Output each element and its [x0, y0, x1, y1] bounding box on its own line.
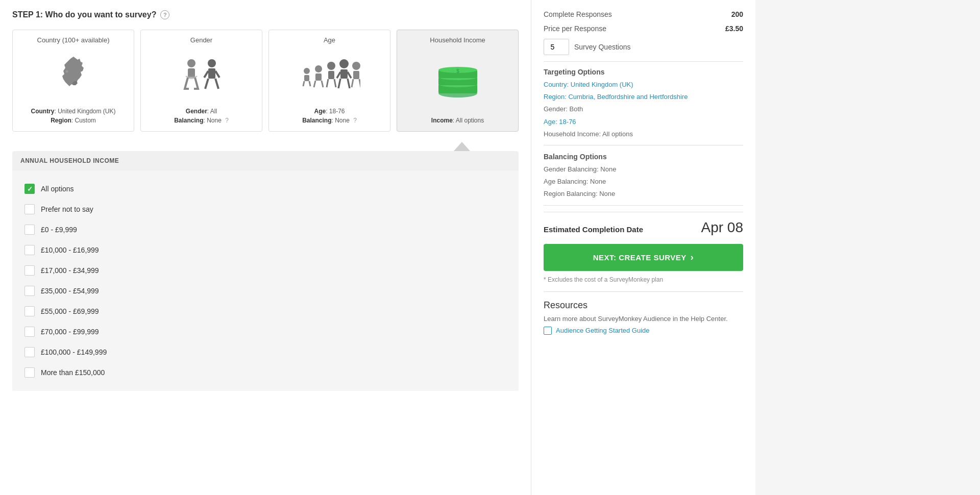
- price-per-response-label: Price per Response: [544, 24, 606, 33]
- country-card-info: Country: United Kingdom (UK) Region: Cus…: [31, 107, 115, 125]
- survey-questions-input[interactable]: [544, 39, 569, 55]
- country-card-title: Country (100+ available): [37, 36, 110, 44]
- income-option-label-0: All options: [41, 185, 74, 193]
- income-checkbox-7[interactable]: [24, 327, 35, 337]
- svg-line-23: [348, 79, 350, 88]
- svg-rect-3: [208, 68, 215, 79]
- income-card-title: Household Income: [430, 36, 485, 44]
- income-checkbox-9[interactable]: [24, 367, 35, 378]
- income-checkbox-1[interactable]: [24, 204, 35, 214]
- income-option-label-3: £10,000 - £16,999: [41, 246, 99, 254]
- age-card-title: Age: [324, 36, 335, 44]
- category-cards: Country (100+ available) Country: United…: [12, 30, 519, 132]
- svg-point-16: [327, 62, 335, 70]
- svg-line-25: [348, 72, 351, 78]
- uk-map-icon: [56, 56, 91, 96]
- balancing-item-1: Age Balancing: None: [544, 177, 743, 186]
- sidebar-divider-3: [544, 205, 743, 206]
- gender-card-title: Gender: [190, 36, 212, 44]
- income-checkbox-8[interactable]: [24, 347, 35, 357]
- income-option-4[interactable]: £17,000 - £34,999: [24, 260, 506, 281]
- step-help-icon[interactable]: ?: [160, 10, 169, 19]
- svg-line-22: [338, 79, 340, 88]
- income-checkbox-2[interactable]: [24, 225, 35, 235]
- age-card[interactable]: Age: [268, 30, 390, 132]
- income-card[interactable]: Household Income $ Inco: [397, 30, 519, 132]
- income-section-header: ANNUAL HOUSEHOLD INCOME: [12, 151, 519, 170]
- region-label: Region: [51, 117, 71, 124]
- price-per-response-row: Price per Response £3.50: [544, 24, 743, 33]
- targeting-item-4: Household Income: All options: [544, 130, 743, 139]
- income-option-2[interactable]: £0 - £9,999: [24, 219, 506, 240]
- targeting-items-list: Country: United Kingdom (UK)Region: Cumb…: [544, 80, 743, 139]
- create-survey-button[interactable]: NEXT: CREATE SURVEY ›: [544, 244, 743, 271]
- svg-line-5: [215, 79, 218, 89]
- scroll-arrow-container: [12, 142, 519, 151]
- step-label: STEP 1: Who do you want to survey?: [12, 10, 156, 19]
- income-checkbox-0[interactable]: [24, 184, 35, 194]
- income-option-0[interactable]: All options: [24, 179, 506, 199]
- income-checkbox-4[interactable]: [24, 265, 35, 276]
- income-option-5[interactable]: £35,000 - £54,999: [24, 281, 506, 301]
- price-per-response-value: £3.50: [725, 24, 743, 33]
- income-checkbox-6[interactable]: [24, 306, 35, 316]
- svg-point-26: [352, 62, 360, 70]
- complete-responses-label: Complete Responses: [544, 10, 612, 18]
- income-option-9[interactable]: More than £150,000: [24, 362, 506, 383]
- resources-text: Learn more about SurveyMonkey Audience i…: [544, 315, 743, 323]
- complete-responses-row: Complete Responses 200: [544, 10, 743, 18]
- survey-questions-label: Survey Questions: [574, 43, 631, 51]
- targeting-item-1[interactable]: Region: Cumbria, Bedfordshire and Hertfo…: [544, 92, 743, 102]
- resources-checkbox-icon: [544, 327, 552, 335]
- completion-date-row: Estimated Completion Date Apr 08: [544, 212, 743, 236]
- gender-balancing-help[interactable]: ?: [225, 117, 229, 124]
- svg-rect-21: [340, 69, 348, 79]
- income-checkbox-3[interactable]: [24, 245, 35, 255]
- income-section-body: All optionsPrefer not to say£0 - £9,999£…: [12, 170, 519, 391]
- country-card[interactable]: Country (100+ available) Country: United…: [12, 30, 134, 132]
- excludes-note: * Excludes the cost of a SurveyMonkey pl…: [544, 276, 743, 283]
- income-option-label-9: More than £150,000: [41, 368, 105, 377]
- svg-text:$: $: [456, 68, 459, 74]
- svg-line-15: [322, 81, 323, 87]
- income-option-label-7: £70,000 - £99,999: [41, 328, 99, 336]
- income-checkbox-5[interactable]: [24, 286, 35, 296]
- complete-responses-value: 200: [731, 10, 743, 18]
- age-balancing-help[interactable]: ?: [353, 117, 357, 124]
- gender-figures-icon: [179, 53, 225, 99]
- sidebar: Complete Responses 200 Price per Respons…: [531, 0, 755, 495]
- svg-line-4: [205, 79, 208, 89]
- income-option-1[interactable]: Prefer not to say: [24, 199, 506, 219]
- balancing-items-list: Gender Balancing: NoneAge Balancing: Non…: [544, 165, 743, 199]
- income-option-label-6: £55,000 - £69,999: [41, 307, 99, 315]
- svg-line-11: [309, 81, 310, 86]
- svg-rect-13: [315, 73, 322, 81]
- svg-line-28: [352, 79, 353, 87]
- income-option-8[interactable]: £100,000 - £149,999: [24, 342, 506, 362]
- resources-link[interactable]: Audience Getting Started Guide: [544, 327, 743, 335]
- age-figures-icon: [299, 56, 360, 96]
- svg-line-6: [204, 71, 208, 78]
- targeting-item-3[interactable]: Age: 18-76: [544, 117, 743, 127]
- step-header: STEP 1: Who do you want to survey? ?: [12, 10, 519, 19]
- svg-line-14: [314, 81, 315, 87]
- money-stack-icon: $: [435, 63, 481, 98]
- balancing-item-2: Region Balancing: None: [544, 189, 743, 199]
- resources-link-text: Audience Getting Started Guide: [556, 327, 650, 334]
- svg-point-8: [304, 68, 310, 74]
- income-option-7[interactable]: £70,000 - £99,999: [24, 321, 506, 342]
- gender-card-info: Gender: All Balancing: None ?: [174, 107, 229, 125]
- svg-point-12: [315, 65, 322, 72]
- svg-point-0: [187, 59, 195, 67]
- gender-card[interactable]: Gender: [140, 30, 262, 132]
- targeting-item-0[interactable]: Country: United Kingdom (UK): [544, 80, 743, 89]
- svg-line-7: [215, 71, 219, 78]
- svg-point-20: [339, 59, 349, 68]
- balancing-options-title: Balancing Options: [544, 153, 743, 161]
- income-option-3[interactable]: £10,000 - £16,999: [24, 240, 506, 260]
- income-arrow-up: [454, 142, 470, 151]
- svg-line-24: [337, 72, 340, 78]
- income-option-6[interactable]: £55,000 - £69,999: [24, 301, 506, 321]
- sidebar-divider-1: [544, 61, 743, 62]
- income-option-label-4: £17,000 - £34,999: [41, 266, 99, 275]
